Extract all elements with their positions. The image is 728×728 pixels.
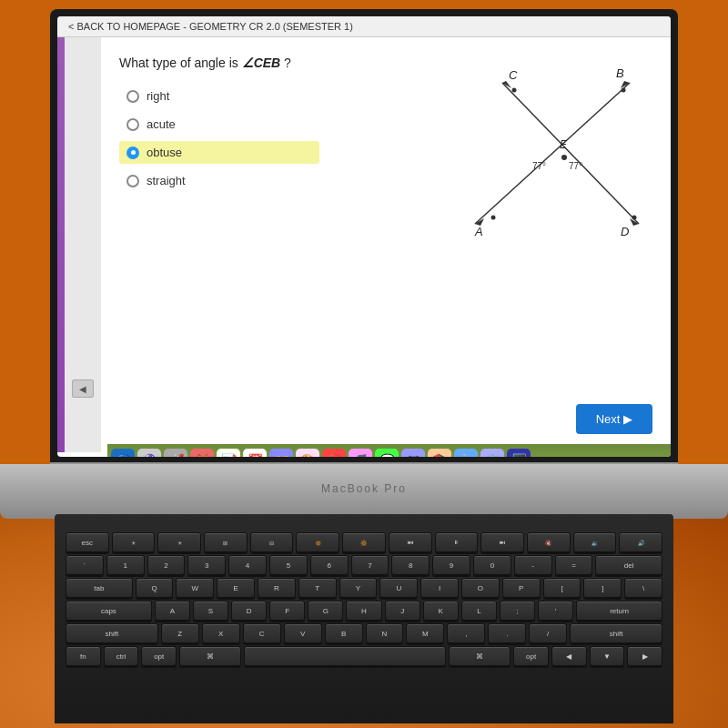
key-arrow-right[interactable]: ▶ xyxy=(627,646,662,666)
key-cmd-right[interactable]: ⌘ xyxy=(449,646,511,666)
key-arrow-down[interactable]: ▼ xyxy=(590,646,625,666)
dock-icon-blocked[interactable]: 🚫 xyxy=(322,449,346,457)
key-f6[interactable]: 🔆 xyxy=(342,532,386,552)
key-opt-right[interactable]: opt xyxy=(513,646,549,666)
choice-acute[interactable]: acute xyxy=(119,113,319,136)
key-rbracket[interactable]: ] xyxy=(583,578,622,598)
radio-right[interactable] xyxy=(126,90,139,103)
key-lbracket[interactable]: [ xyxy=(543,578,581,598)
key-m[interactable]: M xyxy=(406,623,444,643)
key-opt-left[interactable]: opt xyxy=(141,646,177,666)
key-equals[interactable]: = xyxy=(555,555,593,575)
key-j[interactable]: J xyxy=(385,601,420,621)
key-p[interactable]: P xyxy=(502,578,541,598)
key-t[interactable]: T xyxy=(298,578,337,598)
key-5[interactable]: 5 xyxy=(269,555,308,575)
key-f8[interactable]: ⏸ xyxy=(435,532,479,552)
choice-right[interactable]: right xyxy=(119,85,319,107)
key-k[interactable]: K xyxy=(423,601,459,621)
radio-acute[interactable] xyxy=(126,118,139,131)
key-r[interactable]: R xyxy=(258,578,296,598)
key-v[interactable]: V xyxy=(284,623,322,643)
key-3[interactable]: 3 xyxy=(187,555,226,575)
key-w[interactable]: W xyxy=(176,578,214,598)
key-slash[interactable]: / xyxy=(529,623,567,643)
key-x[interactable]: X xyxy=(202,623,240,643)
dock-icon-appstore[interactable]: 🔧 xyxy=(454,449,478,457)
key-h[interactable]: H xyxy=(346,601,381,621)
key-backtick[interactable]: ` xyxy=(66,555,104,575)
key-4[interactable]: 4 xyxy=(228,555,267,575)
key-caps[interactable]: caps xyxy=(66,601,152,621)
key-comma[interactable]: , xyxy=(447,623,485,643)
key-cmd-left[interactable]: ⌘ xyxy=(179,646,241,666)
key-1[interactable]: 1 xyxy=(106,555,145,575)
dock-icon-books[interactable]: 📚 xyxy=(428,449,451,457)
nav-back-link[interactable]: < BACK TO HOMEPAGE - GEOMETRY CR 2.0 (SE… xyxy=(68,21,353,32)
key-7[interactable]: 7 xyxy=(351,555,389,575)
dock-icon-settings[interactable]: ⚙️ xyxy=(480,449,504,457)
choice-straight[interactable]: straight xyxy=(119,169,319,192)
key-l[interactable]: L xyxy=(461,601,497,621)
key-return[interactable]: return xyxy=(576,601,662,621)
dock-icon-game[interactable]: 🎮 xyxy=(401,449,425,457)
key-shift-left[interactable]: shift xyxy=(66,623,158,643)
key-shift-right[interactable]: shift xyxy=(570,623,662,643)
key-a[interactable]: A xyxy=(155,601,190,621)
key-period[interactable]: . xyxy=(488,623,526,643)
key-d[interactable]: D xyxy=(231,601,267,621)
key-space[interactable] xyxy=(244,646,446,666)
key-b[interactable]: B xyxy=(325,623,363,643)
key-f[interactable]: F xyxy=(269,601,305,621)
back-button[interactable]: ◀ xyxy=(72,379,94,398)
key-e[interactable]: E xyxy=(217,578,255,598)
key-6[interactable]: 6 xyxy=(310,555,349,575)
dock-icon-calendar[interactable]: 📅 xyxy=(243,449,267,457)
key-g[interactable]: G xyxy=(308,601,343,621)
key-2[interactable]: 2 xyxy=(147,555,186,575)
key-semicolon[interactable]: ; xyxy=(500,601,535,621)
key-i[interactable]: I xyxy=(420,578,459,598)
dock-icon-messages[interactable]: 💬 xyxy=(375,449,399,457)
dock-icon-notes[interactable]: 📝 xyxy=(217,449,240,457)
choice-obtuse[interactable]: obtuse xyxy=(119,141,319,164)
dock-icon-launchpad[interactable]: 🚀 xyxy=(164,449,187,457)
dock-icon-firefox[interactable]: 🦊 xyxy=(190,449,214,457)
radio-straight[interactable] xyxy=(126,175,139,187)
key-f3[interactable]: ⊞ xyxy=(204,532,248,552)
radio-obtuse[interactable] xyxy=(126,147,139,159)
dock-icon-photos[interactable]: 🎨 xyxy=(296,449,319,457)
key-tab[interactable]: tab xyxy=(66,578,133,598)
key-f9[interactable]: ⏭ xyxy=(480,532,524,552)
key-u[interactable]: U xyxy=(379,578,418,598)
key-0[interactable]: 0 xyxy=(473,555,511,575)
key-arrow-left[interactable]: ◀ xyxy=(551,646,587,666)
key-q[interactable]: Q xyxy=(136,578,174,598)
key-s[interactable]: S xyxy=(193,601,228,621)
dock-icon-siri[interactable]: 🔮 xyxy=(137,449,161,457)
key-c[interactable]: C xyxy=(243,623,281,643)
key-f7[interactable]: ⏮ xyxy=(389,532,432,552)
key-esc[interactable]: esc xyxy=(66,532,109,552)
dock-icon-finder[interactable]: 🔵 xyxy=(111,449,135,457)
key-quote[interactable]: ' xyxy=(538,601,573,621)
key-8[interactable]: 8 xyxy=(391,555,430,575)
key-n[interactable]: N xyxy=(366,623,404,643)
dock-icon-screen[interactable]: 🖥️ xyxy=(507,449,531,457)
key-ctrl[interactable]: ctrl xyxy=(104,646,139,666)
key-9[interactable]: 9 xyxy=(432,555,470,575)
key-f5[interactable]: 🔅 xyxy=(296,532,339,552)
key-f11[interactable]: 🔉 xyxy=(573,532,617,552)
key-minus[interactable]: - xyxy=(514,555,552,575)
key-z[interactable]: Z xyxy=(161,623,199,643)
key-backslash[interactable]: \ xyxy=(624,578,662,598)
key-delete[interactable]: del xyxy=(595,555,662,575)
next-button[interactable]: Next ▶ xyxy=(576,404,652,434)
key-f1[interactable]: ☀ xyxy=(112,532,156,552)
key-f12[interactable]: 🔊 xyxy=(619,532,662,552)
key-f2[interactable]: ☀ xyxy=(157,532,201,552)
key-o[interactable]: O xyxy=(461,578,500,598)
dock-icon-music[interactable]: 🎵 xyxy=(349,449,372,457)
key-fn[interactable]: fn xyxy=(66,646,101,666)
key-y[interactable]: Y xyxy=(339,578,378,598)
